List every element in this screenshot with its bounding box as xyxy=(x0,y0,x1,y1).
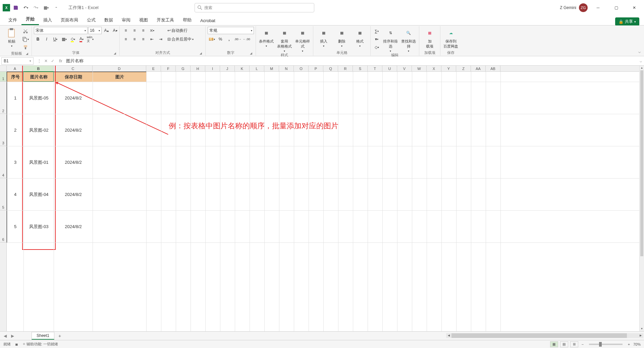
formula-input[interactable]: 图片名称 xyxy=(64,58,637,64)
scroll-left-button[interactable]: ◀ xyxy=(446,333,451,338)
alignment-launcher[interactable]: ◢ xyxy=(199,52,203,56)
name-box[interactable]: B1▾ xyxy=(1,57,34,65)
view-pagebreak-button[interactable]: ⊞ xyxy=(570,341,578,347)
delete-cells-button[interactable]: ▦删除▾ xyxy=(333,27,350,48)
column-header-Z[interactable]: Z xyxy=(456,66,471,71)
fill-button[interactable]: ▾▾ xyxy=(373,36,381,43)
qat-more-button[interactable]: ⁼ xyxy=(52,3,60,12)
tab-devtools[interactable]: 开发工具 xyxy=(152,15,178,25)
fx-icon[interactable]: fx xyxy=(57,59,64,63)
zoom-slider-handle[interactable] xyxy=(599,342,602,347)
cells-area[interactable]: 序号 图片名称 保存日期 图片 1风景图-052024/8/2 2风景图-022… xyxy=(7,72,644,331)
zoom-in-button[interactable]: + xyxy=(627,342,631,346)
zoom-slider[interactable] xyxy=(589,344,623,345)
namebox-dropdown[interactable]: ⋮ xyxy=(36,59,42,63)
column-header-E[interactable]: E xyxy=(146,66,161,71)
tab-insert[interactable]: 插入 xyxy=(39,15,56,25)
column-header-K[interactable]: K xyxy=(235,66,250,71)
column-header-V[interactable]: V xyxy=(397,66,412,71)
border-button[interactable]: ▦▾ xyxy=(60,36,68,43)
select-all-button[interactable] xyxy=(0,66,7,71)
tab-view[interactable]: 视图 xyxy=(135,15,152,25)
header-name[interactable]: 图片名称 xyxy=(24,72,54,82)
wrap-text-button[interactable]: ↩ 自动换行 xyxy=(166,27,195,34)
insert-cells-button[interactable]: ▦插入▾ xyxy=(315,27,332,48)
redo-button[interactable]: ↷▾ xyxy=(32,3,40,12)
scroll-right-button[interactable]: ▶ xyxy=(638,333,643,338)
addins-button[interactable]: ▦加 载项 xyxy=(421,27,438,49)
sheet-nav-next[interactable]: ▶ xyxy=(9,334,15,338)
column-header-W[interactable]: W xyxy=(412,66,427,71)
clipboard-launcher[interactable]: ◢ xyxy=(25,52,29,56)
undo-button[interactable]: ↶▾ xyxy=(21,3,30,12)
font-launcher[interactable]: ◢ xyxy=(113,52,117,56)
tab-help[interactable]: 帮助 xyxy=(178,15,196,25)
autosum-button[interactable]: ∑▾ xyxy=(373,27,381,35)
increase-indent-button[interactable]: ⇥ xyxy=(157,36,165,43)
cut-button[interactable] xyxy=(21,27,30,35)
format-table-button[interactable]: ▦套用 表格格式▾ xyxy=(276,27,293,53)
increase-font-button[interactable]: A▴ xyxy=(102,27,110,34)
sheet-tab-1[interactable]: Sheet1 xyxy=(32,332,54,340)
column-header-S[interactable]: S xyxy=(353,66,368,71)
column-header-M[interactable]: M xyxy=(264,66,279,71)
confirm-entry-button[interactable]: ✓ xyxy=(50,59,56,63)
row-header-6[interactable]: 6 xyxy=(0,210,6,242)
align-left-button[interactable]: ≡ xyxy=(122,36,130,43)
column-header-F[interactable]: F xyxy=(161,66,176,71)
column-header-X[interactable]: X xyxy=(427,66,441,71)
zoom-out-button[interactable]: − xyxy=(580,342,585,346)
macro-record-icon[interactable]: ◙ xyxy=(15,342,18,346)
row-header-2[interactable]: 2 xyxy=(0,82,6,114)
column-header-U[interactable]: U xyxy=(382,66,397,71)
column-header-AB[interactable]: AB xyxy=(486,66,500,71)
decrease-indent-button[interactable]: ⇤ xyxy=(148,36,156,43)
header-seq[interactable]: 序号 xyxy=(7,72,24,82)
increase-decimal-button[interactable]: .00→ xyxy=(234,36,242,43)
tab-home[interactable]: 开始 xyxy=(21,14,39,25)
add-sheet-button[interactable]: + xyxy=(56,333,64,339)
find-select-button[interactable]: 🔍查找和选择▾ xyxy=(400,27,417,53)
column-header-T[interactable]: T xyxy=(368,66,382,71)
view-pagelayout-button[interactable]: ▤ xyxy=(560,341,568,347)
font-size-combo[interactable]: 16▾ xyxy=(88,27,102,34)
vscroll-thumb[interactable] xyxy=(640,70,643,256)
tab-pagelayout[interactable]: 页面布局 xyxy=(56,15,83,25)
tab-data[interactable]: 数据 xyxy=(100,15,117,25)
column-header-I[interactable]: I xyxy=(205,66,220,71)
conditional-format-button[interactable]: ▦条件格式▾ xyxy=(258,27,275,48)
user-name[interactable]: Z Gemini xyxy=(560,5,576,10)
sheet-nav-prev[interactable]: ◀ xyxy=(2,334,8,338)
align-right-button[interactable]: ≡ xyxy=(139,36,147,43)
align-middle-button[interactable]: ≡ xyxy=(130,27,139,34)
font-color-button[interactable]: A▾ xyxy=(77,36,86,43)
format-cells-button[interactable]: ▦格式▾ xyxy=(352,27,368,48)
decrease-font-button[interactable]: A▾ xyxy=(111,27,119,34)
scroll-up-button[interactable]: ▲ xyxy=(640,66,644,70)
zoom-level[interactable]: 70% xyxy=(633,342,641,346)
tab-acrobat[interactable]: Acrobat xyxy=(196,16,220,25)
formula-bar-expand[interactable]: ⌵ xyxy=(637,59,644,63)
bold-button[interactable]: B xyxy=(34,36,42,43)
format-painter-button[interactable] xyxy=(21,44,30,51)
clear-button[interactable]: ◇▾ xyxy=(373,44,381,51)
scroll-down-button[interactable]: ▼ xyxy=(640,327,644,331)
column-header-O[interactable]: O xyxy=(294,66,309,71)
tab-review[interactable]: 审阅 xyxy=(117,15,135,25)
decrease-decimal-button[interactable]: ←.00 xyxy=(243,36,251,43)
sort-filter-button[interactable]: ⇅排序和筛选▾ xyxy=(382,27,399,53)
user-avatar[interactable]: ZG xyxy=(579,3,588,12)
accounting-format-button[interactable]: 💴▾ xyxy=(208,36,216,43)
align-top-button[interactable]: ≡ xyxy=(122,27,130,34)
tab-file[interactable]: 文件 xyxy=(4,15,21,25)
comma-button[interactable]: , xyxy=(225,36,233,43)
search-box[interactable]: 搜索 xyxy=(195,3,314,12)
qat-customize-button[interactable]: ▦▾ xyxy=(42,3,50,12)
column-header-B[interactable]: B xyxy=(23,66,54,71)
share-button[interactable]: 🔒 共享 ▾ xyxy=(615,17,639,26)
row-header-1[interactable]: 1 xyxy=(0,72,6,82)
column-header-J[interactable]: J xyxy=(220,66,235,71)
underline-button[interactable]: U▾ xyxy=(51,36,59,43)
cancel-entry-button[interactable]: ✕ xyxy=(43,59,49,63)
ribbon-collapse-button[interactable]: ⌵ xyxy=(638,49,641,54)
